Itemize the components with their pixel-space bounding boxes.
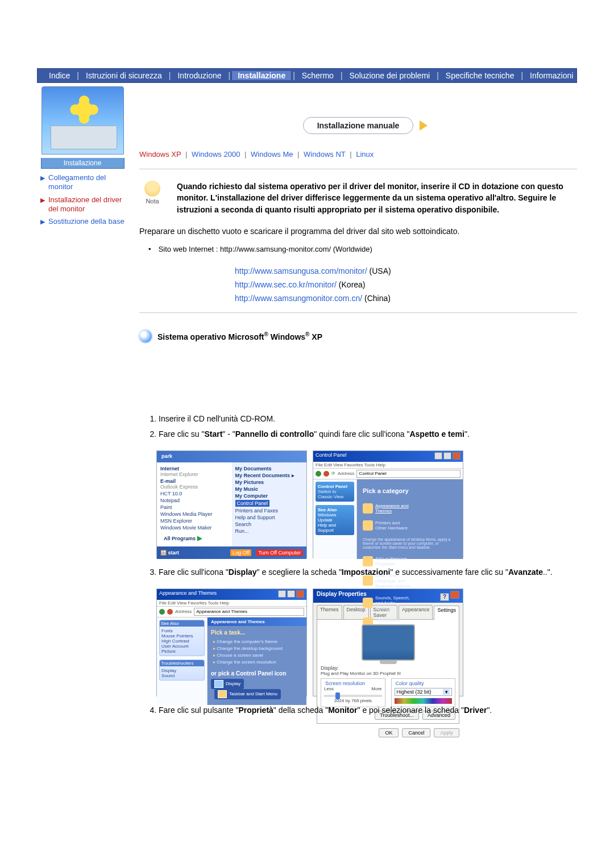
sidebar: Installazione ▶ Collegamento del monitor… [37,83,128,727]
note-label: Nota [139,198,165,205]
sidebar-item-label: Sostituzione della base [48,217,125,226]
note-text: Quando richiesto dal sistema operativo p… [177,181,577,215]
nav-informazioni[interactable]: Informazioni [524,71,579,80]
sidebar-item-driver[interactable]: ▶ Installazione del driver del monitor [40,195,125,214]
cp-display-icon[interactable]: Display [211,679,244,689]
os-links: Windows XP | Windows 2000 | Windows Me |… [139,150,577,158]
instruction-steps-3: Fare clic sull'icona "Display" e sceglie… [139,566,577,578]
address-field[interactable]: Control Panel [356,470,460,478]
web-links-extra: http://www.samsungusa.com/monitor/ (USA)… [139,265,577,305]
screen-resolution-group: Screen resolution LessMore 1024 by 768 p… [321,678,385,707]
figure-appearance-themes: Appearance and Themes File Edit View Fav… [156,589,307,696]
window-buttons[interactable] [277,590,304,599]
content-area: Installazione manuale Windows XP | Windo… [139,83,577,727]
note-icon: Nota [139,181,165,205]
apply-button[interactable]: Apply [434,728,459,737]
cp-taskbar-icon[interactable]: Taskbar and Start Menu [214,689,281,699]
web-link-0[interactable]: http://www.samsung-monitor.com/ [220,245,331,253]
startmenu-turnoff[interactable]: Turn Off Computer [256,549,303,556]
os-link-me[interactable]: Windows Me [251,150,293,158]
nav-indice[interactable]: Indice [43,71,76,80]
startmenu-logoff[interactable]: Log Off [230,549,251,556]
prepare-text: Preparare un dischetto vuoto e scaricare… [139,226,577,237]
monitor-preview-icon [362,624,415,661]
xp-heading: Sistema operativo Microsoft® Windows® XP [139,330,577,343]
xp-heading-text: Sistema operativo Microsoft [157,332,264,341]
sidebar-item-label: Installazione del driver del monitor [48,195,125,214]
nav-introduzione[interactable]: Introduzione [172,71,227,80]
divider [139,169,577,169]
web-label-row: Sito web Internet : http://www.samsung-m… [156,245,577,253]
tab-settings[interactable]: Settings [434,606,459,620]
resolution-slider[interactable] [324,695,382,697]
window-title: Control Panel [316,452,347,461]
web-region-0: (Worldwide) [333,245,372,253]
nav-schermo[interactable]: Schermo [296,71,339,80]
manual-install-button[interactable]: Installazione manuale [303,117,414,134]
nav-soluzione[interactable]: Soluzione dei problemi [344,71,436,80]
arrow-icon: ▶ [40,174,45,182]
tab-themes[interactable]: Themes [317,605,342,619]
os-link-2000[interactable]: Windows 2000 [192,150,240,158]
monitor-icon [51,126,117,149]
startmenu-control-panel[interactable]: Control Panel [235,500,270,507]
cancel-button[interactable]: Cancel [402,728,430,737]
web-link-2[interactable]: http://www.sec.co.kr/monitor/ [235,280,337,289]
display-value: Plug and Play Monitor on 3D Prophet III [321,671,455,676]
xp-heading-text: Windows [271,332,305,341]
web-label: Sito web Internet : [159,245,218,253]
color-quality-combo[interactable]: Highest (32 bit)▾ [395,688,453,696]
menu-bar[interactable]: File Edit View Favorites Tools Help [157,600,306,607]
xp-heading-text: XP [312,332,322,341]
sidebar-caption: Installazione [41,158,125,169]
startmenu-user: park [157,451,306,462]
web-region-3: (China) [364,294,391,303]
sidebar-item-collegamento[interactable]: ▶ Collegamento del monitor [40,173,125,192]
step-4: Fare clic sul pulsante "Proprietà" della… [159,704,577,716]
sidebar-thumbnail [42,86,124,155]
pick-category: Pick a category [363,487,459,494]
nav-installazione[interactable]: Installazione [231,71,292,80]
arrow-icon: ▶ [40,197,45,205]
divider [139,312,577,313]
ok-button[interactable]: OK [379,728,399,737]
display-label: Display: [321,665,455,671]
startmenu-left: InternetInternet Explorer E-mailOutlook … [157,462,232,546]
web-link-3[interactable]: http://www.samsungmonitor.com.cn/ [235,294,362,303]
sidebar-item-base[interactable]: ▶ Sostituzione della base [40,217,125,226]
window-buttons[interactable] [433,452,460,461]
flower-icon [69,95,99,124]
menu-bar[interactable]: File Edit View Favorites Tools Help [313,462,463,469]
figure-controlpanel: Control Panel File Edit View Favorites T… [313,450,463,558]
nav-specifiche[interactable]: Specifiche tecniche [440,71,520,80]
cat-appearance[interactable]: Appearance and Themes [363,503,412,514]
os-link-current: Windows XP [139,150,181,158]
step-2: Fare clic su "Start" - "Pannello di cont… [159,428,577,440]
web-region-2: (Korea) [339,280,366,289]
arrow-icon: ▶ [40,218,45,226]
note-block: Nota Quando richiesto dal sistema operat… [139,181,577,215]
sphere-icon [139,330,152,343]
web-region-1: (USA) [370,266,391,276]
nav-sicurezza[interactable]: Istruzioni di sicurezza [80,71,168,80]
top-nav: Indice | Istruzioni di sicurezza | Intro… [37,68,577,83]
os-link-linux[interactable]: Linux [356,150,374,158]
os-link-nt[interactable]: Windows NT [304,150,345,158]
step-1: Inserire il CD nell'unità CD-ROM. [159,413,577,425]
startmenu-right: My Documents My Recent Documents ▸ My Pi… [232,462,307,546]
web-link-1[interactable]: http://www.samsungusa.com/monitor/ [235,266,367,276]
figure-startmenu: park InternetInternet Explorer E-mailOut… [156,450,307,558]
sidebar-item-label: Collegamento del monitor [48,173,125,192]
instruction-steps: Inserire il CD nell'unità CD-ROM. Fare c… [139,413,577,440]
color-quality-group: Color quality Highest (32 bit)▾ [391,678,456,707]
figure-row-1: park InternetInternet Explorer E-mailOut… [156,450,577,558]
window-title: Appearance and Themes [159,590,217,599]
instruction-steps-4: Fare clic sul pulsante "Proprietà" della… [139,704,577,716]
window-title: Display Properties [317,591,367,601]
color-bar-icon [395,698,453,704]
